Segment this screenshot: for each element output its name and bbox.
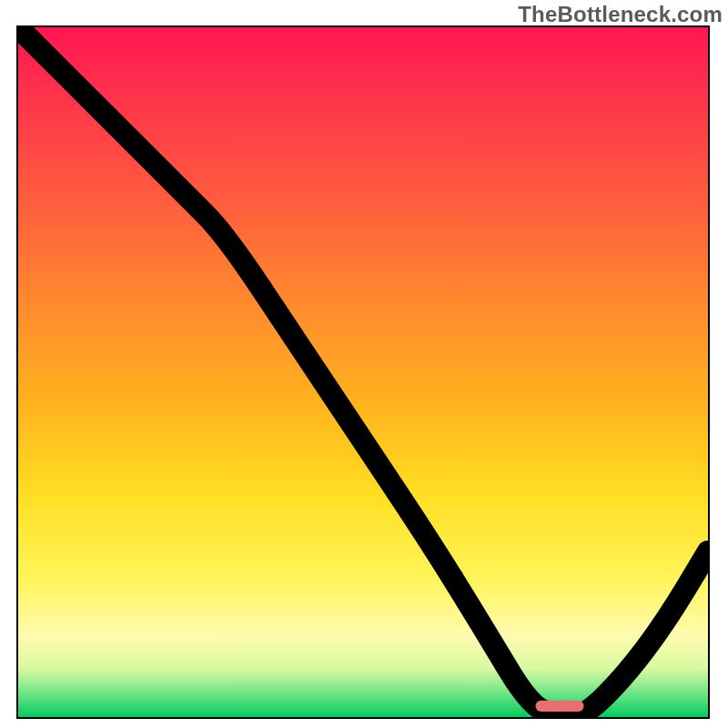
chart-container: TheBottleneck.com <box>0 0 728 728</box>
chart-plot-area <box>16 25 710 719</box>
bottleneck-curve <box>18 27 708 717</box>
recommended-marker <box>536 701 584 712</box>
chart-svg <box>18 27 708 717</box>
watermark-text: TheBottleneck.com <box>518 2 723 27</box>
